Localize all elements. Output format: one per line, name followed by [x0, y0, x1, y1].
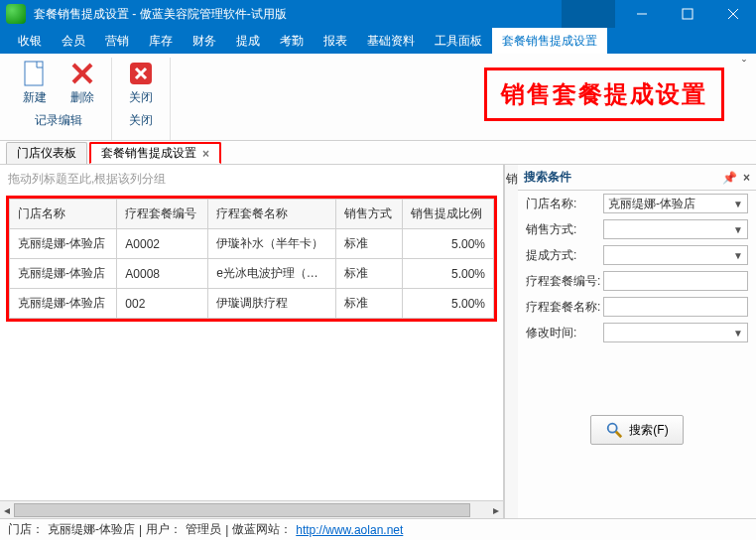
menu-basedata[interactable]: 基础资料	[357, 28, 425, 54]
minimize-button[interactable]	[619, 0, 665, 28]
ribbon-group-label-close: 关闭	[129, 112, 153, 129]
col-store[interactable]: 门店名称	[10, 200, 117, 229]
search-panel-header: 搜索条件 📌 ×	[518, 165, 756, 191]
cell-name: 伊璇补水（半年卡）	[208, 229, 336, 259]
delete-button-label: 删除	[70, 89, 94, 106]
col-method[interactable]: 销售方式	[336, 200, 403, 229]
delete-button[interactable]: 删除	[60, 58, 105, 106]
cell-method: 标准	[336, 289, 403, 319]
pin-icon[interactable]: 📌	[722, 171, 737, 185]
cell-method: 标准	[336, 229, 403, 259]
chevron-down-icon[interactable]: ▼	[733, 328, 743, 339]
close-button-label: 关闭	[129, 89, 153, 106]
scroll-right-icon[interactable]: ▸	[489, 501, 503, 519]
menu-finance[interactable]: 财务	[183, 28, 226, 54]
grid-highlight-box: 门店名称 疗程套餐编号 疗程套餐名称 销售方式 销售提成比例 克丽缇娜-体验店 …	[6, 196, 497, 322]
svg-point-10	[608, 424, 617, 433]
svg-rect-4	[25, 62, 43, 85]
cell-ratio: 5.00%	[403, 229, 494, 259]
menu-member[interactable]: 会员	[52, 28, 95, 54]
status-site-label: 傲蓝网站：	[232, 521, 292, 538]
menu-marketing[interactable]: 营销	[95, 28, 139, 54]
status-sep: |	[225, 523, 228, 537]
maximize-button[interactable]	[665, 0, 710, 28]
tab-dashboard[interactable]: 门店仪表板	[6, 142, 87, 164]
store-value: 克丽缇娜-体验店	[608, 196, 695, 212]
menubar: 收银 会员 营销 库存 财务 提成 考勤 报表 基础资料 工具面板 套餐销售提成…	[0, 28, 756, 54]
store-dropdown[interactable]: 克丽缇娜-体验店▼	[603, 194, 748, 213]
close-button[interactable]: 关闭	[118, 58, 164, 106]
modtime-label: 修改时间:	[526, 325, 603, 341]
commission-dropdown[interactable]: ▼	[603, 245, 748, 265]
tab-package-commission[interactable]: 套餐销售提成设置 ×	[89, 142, 221, 164]
cell-code: A0002	[117, 229, 208, 259]
method-dropdown[interactable]: ▼	[603, 219, 748, 239]
cell-code: 002	[117, 289, 208, 319]
titlebar-active-slot	[562, 0, 615, 28]
method-label: 销售方式:	[526, 221, 603, 238]
search-panel-title: 搜索条件	[524, 169, 571, 186]
horizontal-scrollbar[interactable]: ◂ ▸	[0, 500, 503, 518]
menu-toolpanel[interactable]: 工具面板	[425, 28, 492, 54]
status-site-link[interactable]: http://www.aolan.net	[296, 523, 403, 537]
tab-close-icon[interactable]: ×	[202, 147, 209, 161]
status-user-label: 用户：	[146, 521, 182, 538]
chevron-down-icon[interactable]: ▼	[733, 199, 743, 209]
code-label: 疗程套餐编号:	[526, 273, 603, 290]
status-store-value: 克丽缇娜-体验店	[48, 521, 135, 538]
menu-commission[interactable]: 提成	[226, 28, 270, 54]
commission-label: 提成方式:	[526, 247, 603, 264]
new-button[interactable]: 新建	[12, 58, 58, 106]
data-grid[interactable]: 门店名称 疗程套餐编号 疗程套餐名称 销售方式 销售提成比例 克丽缇娜-体验店 …	[9, 199, 494, 319]
modtime-dropdown[interactable]: ▼	[603, 323, 748, 342]
file-icon	[21, 60, 49, 87]
status-store-label: 门店：	[8, 521, 44, 538]
statusbar: 门店： 克丽缇娜-体验店 | 用户： 管理员 | 傲蓝网站： http://ww…	[0, 518, 756, 540]
col-ratio[interactable]: 销售提成比例	[403, 200, 494, 229]
chevron-down-icon[interactable]: ▼	[733, 224, 743, 235]
table-row[interactable]: 克丽缇娜-体验店 002 伊璇调肤疗程 标准 5.00%	[10, 289, 494, 319]
col-code[interactable]: 疗程套餐编号	[117, 200, 208, 229]
ribbon-toolbar: 新建 删除 记录编辑 关闭 关闭 销售套餐提成设置 ˇ	[0, 54, 756, 141]
close-icon	[127, 60, 155, 87]
document-tabstrip: 门店仪表板 套餐销售提成设置 ×	[0, 141, 756, 165]
menu-cashier[interactable]: 收银	[8, 28, 52, 54]
app-icon	[6, 4, 26, 24]
grid-overflow-column: 销	[504, 165, 518, 518]
pkgname-label: 疗程套餐名称:	[526, 299, 603, 316]
table-row[interactable]: 克丽缇娜-体验店 A0008 e光冰电波护理（… 标准 5.00%	[10, 259, 494, 289]
search-panel: 搜索条件 📌 × 门店名称: 克丽缇娜-体验店▼ 销售方式: ▼ 提成方式: ▼…	[518, 165, 756, 518]
cell-name: e光冰电波护理（…	[208, 259, 336, 289]
code-input[interactable]	[603, 271, 748, 291]
menu-inventory[interactable]: 库存	[139, 28, 183, 54]
close-window-button[interactable]	[710, 0, 756, 28]
group-by-hint: 拖动列标题至此,根据该列分组	[0, 165, 503, 194]
search-button-label: 搜索(F)	[629, 422, 668, 439]
grid-panel: 拖动列标题至此,根据该列分组 门店名称 疗程套餐编号 疗程套餐名称 销售方式 销…	[0, 165, 504, 518]
delete-icon	[68, 60, 96, 87]
ribbon-group-close: 关闭 关闭	[112, 58, 171, 140]
cell-ratio: 5.00%	[403, 259, 494, 289]
table-row[interactable]: 克丽缇娜-体验店 A0002 伊璇补水（半年卡） 标准 5.00%	[10, 229, 494, 259]
scroll-left-icon[interactable]: ◂	[0, 501, 14, 519]
cell-name: 伊璇调肤疗程	[208, 289, 336, 319]
ribbon-collapse-button[interactable]: ˇ	[736, 58, 752, 73]
chevron-down-icon[interactable]: ▼	[733, 250, 743, 261]
scrollbar-thumb[interactable]	[14, 503, 470, 517]
store-label: 门店名称:	[526, 196, 603, 212]
status-user-value: 管理员	[186, 521, 221, 538]
new-button-label: 新建	[23, 89, 47, 106]
menu-report[interactable]: 报表	[314, 28, 357, 54]
search-icon	[605, 421, 623, 439]
col-name[interactable]: 疗程套餐名称	[208, 200, 336, 229]
tab-label: 套餐销售提成设置	[101, 145, 196, 162]
content-area: 拖动列标题至此,根据该列分组 门店名称 疗程套餐编号 疗程套餐名称 销售方式 销…	[0, 165, 756, 518]
search-button[interactable]: 搜索(F)	[590, 415, 683, 445]
status-sep: |	[139, 523, 142, 537]
pkgname-input[interactable]	[603, 297, 748, 317]
cell-method: 标准	[336, 259, 403, 289]
panel-close-icon[interactable]: ×	[743, 171, 750, 185]
menu-attendance[interactable]: 考勤	[270, 28, 314, 54]
cell-code: A0008	[117, 259, 208, 289]
menu-package-commission[interactable]: 套餐销售提成设置	[492, 28, 607, 54]
